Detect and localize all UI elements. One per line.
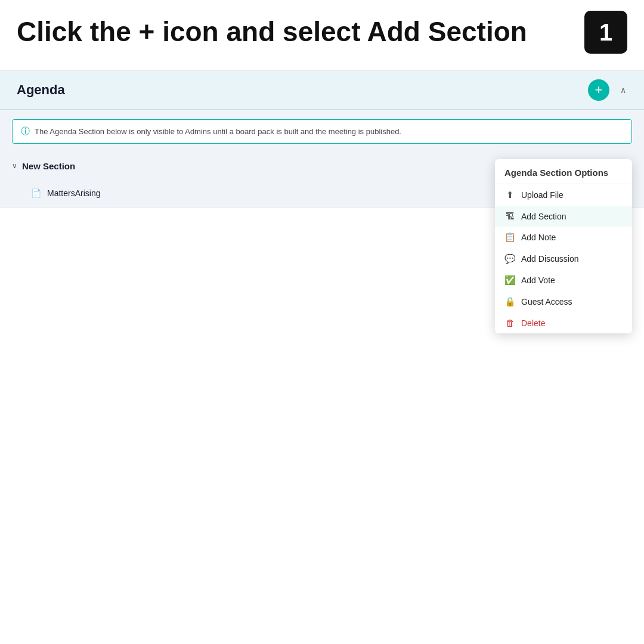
menu-item-add-discussion[interactable]: 💬 Add Discussion: [495, 248, 632, 270]
content-area: Agenda + ∧ ⓘ The Agenda Section below is…: [0, 70, 644, 208]
agenda-section-options-dropdown: Agenda Section Options ⬆ Upload File 🏗 A…: [495, 159, 632, 333]
section-expand-chevron[interactable]: ∨: [12, 162, 17, 170]
agenda-title: Agenda: [17, 82, 65, 98]
add-vote-icon: ✅: [504, 275, 515, 286]
info-text: The Agenda Section below is only visible…: [35, 127, 401, 136]
menu-item-guest-access-label: Guest Access: [521, 297, 572, 306]
chevron-up-icon: ∧: [620, 85, 626, 95]
delete-icon: 🗑: [504, 318, 515, 328]
menu-item-add-note[interactable]: 📋 Add Note: [495, 227, 632, 248]
info-icon: ⓘ: [21, 126, 30, 137]
menu-item-guest-access[interactable]: 🔒 Guest Access: [495, 291, 632, 312]
add-section-icon: 🏗: [504, 211, 515, 221]
menu-item-delete[interactable]: 🗑 Delete: [495, 312, 632, 333]
guest-access-icon: 🔒: [504, 296, 515, 307]
menu-item-upload-file-label: Upload File: [521, 190, 564, 200]
menu-item-upload-file[interactable]: ⬆ Upload File: [495, 184, 632, 206]
instruction-bar: Click the + icon and select Add Section …: [0, 0, 644, 64]
collapse-chevron-button[interactable]: ∧: [614, 81, 632, 99]
dropdown-header: Agenda Section Options: [495, 159, 632, 184]
menu-item-add-section-label: Add Section: [521, 212, 566, 221]
menu-item-add-discussion-label: Add Discussion: [521, 254, 579, 264]
menu-item-add-vote[interactable]: ✅ Add Vote: [495, 270, 632, 291]
menu-item-add-note-label: Add Note: [521, 233, 556, 242]
menu-item-add-section[interactable]: 🏗 Add Section: [495, 206, 632, 227]
agenda-controls: + ∧: [588, 79, 632, 101]
agenda-panel: Agenda + ∧: [0, 71, 644, 110]
step-badge: 1: [584, 11, 627, 54]
upload-file-icon: ⬆: [504, 190, 515, 200]
plus-icon: +: [595, 82, 603, 98]
menu-item-add-vote-label: Add Vote: [521, 275, 555, 285]
menu-item-delete-label: Delete: [521, 318, 545, 328]
step-number: 1: [599, 19, 612, 46]
instruction-text: Click the + icon and select Add Section: [17, 16, 527, 48]
add-section-plus-button[interactable]: +: [588, 79, 609, 101]
add-note-icon: 📋: [504, 232, 515, 243]
info-bar: ⓘ The Agenda Section below is only visib…: [12, 119, 632, 144]
item-file-icon: 📄: [31, 188, 41, 198]
add-discussion-icon: 💬: [504, 253, 515, 264]
